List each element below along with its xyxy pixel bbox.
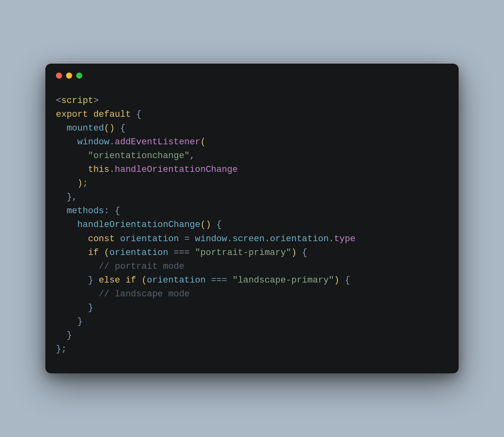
code-token: [56, 165, 88, 175]
code-token: ): [77, 178, 83, 189]
code-token: }: [66, 330, 72, 341]
code-token: {: [115, 206, 120, 216]
code-line: <script>: [56, 94, 448, 108]
code-token: orientation: [270, 234, 329, 244]
code-token: }: [56, 344, 61, 354]
code-token: .: [227, 234, 233, 244]
code-token: .: [109, 137, 115, 147]
code-token: <: [56, 96, 61, 106]
code-token: mounted: [66, 123, 104, 133]
code-token: (): [200, 220, 211, 230]
code-token: {: [340, 275, 350, 285]
code-token: [56, 192, 66, 202]
code-token: {: [115, 123, 125, 133]
code-token: [56, 330, 66, 341]
code-token: methods: [66, 206, 104, 216]
code-line: if (orientation === "portrait-primary") …: [56, 246, 448, 260]
code-token: "landscape-primary": [233, 275, 334, 285]
code-token: ,: [72, 192, 77, 202]
code-token: handleOrientationChange: [77, 220, 201, 230]
code-token: =: [184, 234, 195, 244]
code-token: orientation: [147, 275, 211, 285]
code-token: default: [93, 109, 136, 120]
code-line: "orientationchange",: [56, 149, 448, 163]
code-token: ;: [83, 178, 88, 189]
code-token: [56, 248, 88, 258]
code-token: addEventListener: [115, 137, 200, 147]
code-token: (: [141, 275, 147, 285]
code-token: ,: [190, 151, 195, 161]
code-line: this.handleOrientationChange: [56, 163, 448, 177]
code-line: mounted() {: [56, 122, 448, 135]
code-token: screen: [233, 234, 265, 244]
code-line: const orientation = window.screen.orient…: [56, 232, 448, 246]
code-token: :: [104, 206, 115, 216]
code-token: ===: [211, 275, 233, 285]
code-token: type: [334, 234, 356, 244]
code-token: window: [195, 234, 227, 244]
code-token: orientation: [120, 234, 184, 244]
code-token: >: [93, 96, 98, 106]
code-token: // landscape mode: [99, 289, 190, 299]
code-token: .: [329, 234, 334, 244]
code-line: }: [56, 329, 448, 343]
code-token: script: [61, 96, 93, 106]
code-line: export default {: [56, 108, 448, 122]
code-token: }: [88, 275, 98, 285]
code-line: } else if (orientation === "landscape-pr…: [56, 274, 448, 287]
code-token: {: [136, 109, 141, 120]
code-token: {: [211, 220, 222, 230]
code-token: (: [200, 137, 205, 147]
code-token: ===: [173, 248, 195, 258]
code-token: [56, 137, 77, 147]
code-line: // landscape mode: [56, 287, 448, 301]
code-window: <script>export default { mounted() { win…: [45, 64, 459, 374]
code-token: .: [109, 165, 115, 175]
code-token: ;: [61, 344, 66, 354]
code-token: window: [77, 137, 109, 147]
code-token: [56, 178, 77, 189]
code-token: orientation: [109, 248, 173, 258]
code-token: this: [88, 165, 109, 175]
code-line: };: [56, 343, 448, 356]
code-token: "portrait-primary": [195, 248, 291, 258]
code-token: [56, 123, 66, 133]
code-block: <script>export default { mounted() { win…: [45, 80, 459, 374]
zoom-icon[interactable]: [76, 73, 82, 79]
window-titlebar: [45, 64, 459, 80]
code-token: [56, 261, 99, 272]
code-token: handleOrientationChange: [115, 165, 238, 175]
code-token: [56, 151, 88, 161]
code-token: ): [291, 248, 297, 258]
code-token: [56, 303, 88, 313]
code-token: (: [104, 248, 109, 258]
code-token: [56, 289, 99, 299]
code-token: }: [77, 317, 83, 327]
code-token: "orientationchange": [88, 151, 190, 161]
code-token: (): [104, 123, 115, 133]
code-token: {: [297, 248, 307, 258]
code-line: }: [56, 301, 448, 315]
close-icon[interactable]: [56, 73, 62, 79]
code-token: else if: [99, 275, 142, 285]
code-token: }: [66, 192, 72, 202]
code-token: ): [334, 275, 340, 285]
code-line: window.addEventListener(: [56, 135, 448, 149]
code-token: [56, 220, 77, 230]
code-line: methods: {: [56, 204, 448, 218]
code-token: [56, 275, 88, 285]
code-token: // portrait mode: [99, 261, 184, 272]
code-line: }: [56, 315, 448, 329]
code-line: handleOrientationChange() {: [56, 218, 448, 232]
code-token: if: [88, 248, 104, 258]
code-token: [56, 206, 66, 216]
code-token: export: [56, 109, 93, 120]
minimize-icon[interactable]: [66, 73, 72, 79]
code-token: }: [88, 303, 93, 313]
code-token: .: [265, 234, 270, 244]
code-token: const: [88, 234, 120, 244]
code-line: );: [56, 177, 448, 191]
code-token: [56, 234, 88, 244]
code-token: [56, 317, 77, 327]
code-line: // portrait mode: [56, 260, 448, 274]
